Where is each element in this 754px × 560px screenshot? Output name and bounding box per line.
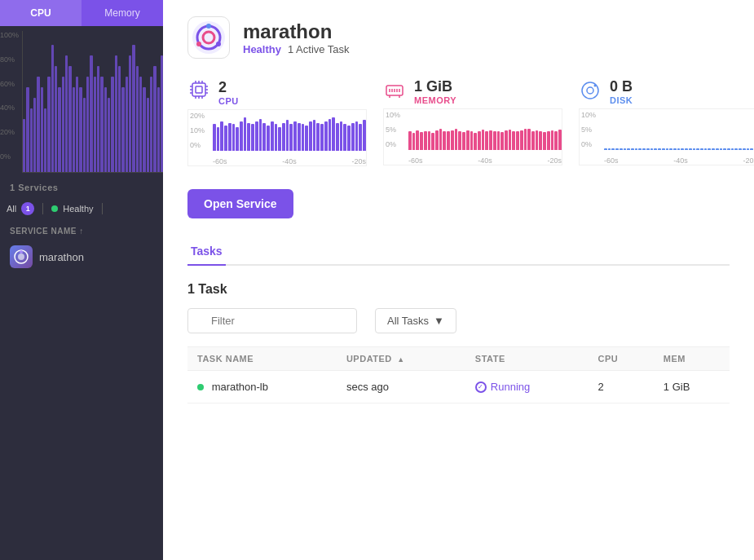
- sidebar: CPU Memory 100% 80% 60% 40% 20% 0% 1 Ser…: [0, 0, 163, 560]
- th-updated[interactable]: UPDATED ▲: [337, 347, 465, 371]
- svg-point-6: [206, 24, 211, 29]
- sidebar-tabs: CPU Memory: [0, 0, 163, 26]
- task-status-dot: [197, 384, 204, 390]
- sidebar-cpu-chart: [22, 31, 163, 173]
- service-name-label: marathon: [39, 251, 84, 263]
- metrics-row: 2 CPU 20% 10% 0% -60s -40s -20s: [187, 78, 730, 166]
- cell-mem: 1 GiB: [654, 371, 730, 403]
- tab-cpu[interactable]: CPU: [0, 0, 82, 26]
- chart-y-labels: 100% 80% 60% 40% 20% 0%: [0, 31, 22, 173]
- all-tasks-label: All Tasks: [387, 315, 429, 327]
- filter-row: All 1 Healthy: [0, 199, 163, 218]
- tasks-controls: 🔍 All Tasks ▼: [187, 308, 730, 333]
- open-service-button[interactable]: Open Service: [187, 189, 293, 218]
- cell-updated: secs ago: [337, 371, 465, 403]
- cpu-metric: 2 CPU 20% 10% 0% -60s -40s -20s: [187, 78, 383, 166]
- memory-label: MEMORY: [414, 95, 456, 105]
- tab-memory[interactable]: Memory: [82, 0, 163, 26]
- memory-chart: 10% 5% 0% -60s -40s -20s: [383, 108, 562, 165]
- th-task-name: TASK NAME: [187, 347, 337, 371]
- main-content: marathon Healthy 1 Active Task: [163, 0, 754, 560]
- healthy-dot-icon: [51, 205, 58, 212]
- app-header: marathon Healthy 1 Active Task: [187, 16, 730, 59]
- dropdown-arrow-icon: ▼: [434, 315, 444, 327]
- memory-metric: 1 GiB MEMORY 10% 5% 0% -60s -40s -20s: [383, 78, 579, 166]
- status-task-count: 1 Active Task: [288, 43, 350, 55]
- filter-all-badge: 1: [21, 202, 34, 215]
- disk-value: 0 B: [610, 78, 633, 95]
- svg-point-32: [587, 87, 593, 94]
- cell-cpu: 2: [589, 371, 654, 403]
- svg-point-1: [18, 254, 24, 260]
- cell-state: ✓ Running: [465, 371, 589, 403]
- app-status: Healthy 1 Active Task: [243, 43, 350, 55]
- disk-chart: 10% 5% 0% -60s -40s -20s: [579, 108, 754, 165]
- all-tasks-dropdown[interactable]: All Tasks ▼: [375, 308, 456, 333]
- filter-healthy-label[interactable]: Healthy: [63, 204, 93, 214]
- status-healthy: Healthy: [243, 43, 281, 55]
- cpu-icon: [187, 78, 210, 106]
- disk-icon: [579, 79, 602, 105]
- filter-input[interactable]: [187, 308, 357, 333]
- service-name-header: SERVICE NAME ↑: [0, 218, 163, 239]
- app-info: marathon Healthy 1 Active Task: [243, 20, 350, 55]
- svg-rect-10: [196, 86, 202, 93]
- filter-wrapper: 🔍: [187, 308, 367, 333]
- app-title: marathon: [243, 20, 350, 43]
- running-icon: ✓: [475, 381, 487, 393]
- svg-point-2: [20, 250, 23, 254]
- memory-value: 1 GiB: [414, 78, 456, 95]
- cell-task-name: marathon-lb: [187, 371, 337, 403]
- state-label: Running: [491, 381, 530, 393]
- app-icon: [187, 16, 230, 59]
- cpu-label: CPU: [218, 96, 239, 106]
- th-cpu: CPU: [589, 347, 654, 371]
- tasks-table: TASK NAME UPDATED ▲ STATE CPU MEM marath…: [187, 346, 730, 403]
- memory-icon: [383, 79, 406, 105]
- sort-asc-icon: ▲: [397, 355, 404, 364]
- table-header-row: TASK NAME UPDATED ▲ STATE CPU MEM: [187, 347, 730, 371]
- cpu-chart: 20% 10% 0% -60s -40s -20s: [187, 109, 367, 166]
- tasks-count: 1 Task: [187, 282, 730, 297]
- disk-metric: 0 B DISK 10% 5% 0% -60s -40s -20s: [579, 78, 754, 166]
- tasks-tabs: Tasks: [187, 238, 730, 266]
- disk-label: DISK: [610, 95, 633, 105]
- svg-rect-9: [192, 83, 205, 96]
- tab-tasks[interactable]: Tasks: [187, 238, 226, 266]
- sidebar-service-marathon[interactable]: marathon: [0, 239, 163, 275]
- th-mem: MEM: [654, 347, 730, 371]
- services-section-label: 1 Services: [0, 173, 163, 199]
- svg-point-7: [216, 42, 221, 46]
- svg-point-8: [196, 42, 201, 46]
- filter-all-label[interactable]: All: [7, 204, 16, 214]
- table-row[interactable]: marathon-lb secs ago ✓ Running 2 1 GiB: [187, 371, 730, 403]
- cpu-value: 2: [218, 79, 239, 96]
- service-icon: [10, 245, 33, 268]
- th-state: STATE: [465, 347, 589, 371]
- svg-point-33: [594, 84, 597, 86]
